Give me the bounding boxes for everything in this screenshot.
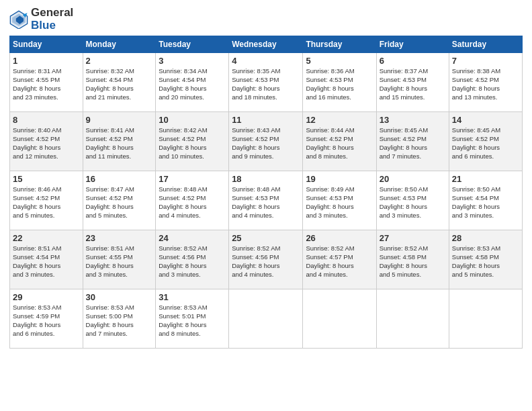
calendar-week-1: 1Sunrise: 8:31 AMSunset: 4:55 PMDaylight… bbox=[10, 53, 523, 112]
day-info: Sunrise: 8:36 AMSunset: 4:53 PMDaylight:… bbox=[306, 67, 373, 101]
calendar-body: 1Sunrise: 8:31 AMSunset: 4:55 PMDaylight… bbox=[10, 53, 523, 349]
day-number: 31 bbox=[159, 292, 226, 302]
calendar-cell: 10Sunrise: 8:42 AMSunset: 4:52 PMDayligh… bbox=[156, 112, 229, 171]
calendar-cell: 13Sunrise: 8:45 AMSunset: 4:52 PMDayligh… bbox=[376, 112, 449, 171]
calendar-cell bbox=[303, 289, 376, 349]
day-number: 17 bbox=[159, 174, 226, 184]
day-number: 9 bbox=[86, 115, 153, 125]
calendar-cell: 14Sunrise: 8:45 AMSunset: 4:52 PMDayligh… bbox=[449, 112, 522, 171]
calendar-cell: 7Sunrise: 8:38 AMSunset: 4:52 PMDaylight… bbox=[449, 53, 522, 112]
day-number: 1 bbox=[13, 56, 80, 66]
day-number: 20 bbox=[380, 174, 446, 184]
weekday-header-tuesday: Tuesday bbox=[156, 36, 229, 53]
day-number: 19 bbox=[306, 174, 373, 184]
calendar-cell: 18Sunrise: 8:48 AMSunset: 4:53 PMDayligh… bbox=[229, 171, 303, 230]
calendar-cell: 4Sunrise: 8:35 AMSunset: 4:53 PMDaylight… bbox=[229, 53, 303, 112]
day-info: Sunrise: 8:48 AMSunset: 4:53 PMDaylight:… bbox=[232, 185, 300, 220]
calendar-cell: 20Sunrise: 8:50 AMSunset: 4:53 PMDayligh… bbox=[376, 171, 449, 230]
calendar-cell: 12Sunrise: 8:44 AMSunset: 4:52 PMDayligh… bbox=[303, 112, 376, 171]
day-info: Sunrise: 8:52 AMSunset: 4:58 PMDaylight:… bbox=[380, 244, 446, 279]
day-info: Sunrise: 8:48 AMSunset: 4:52 PMDaylight:… bbox=[159, 185, 226, 220]
day-info: Sunrise: 8:32 AMSunset: 4:54 PMDaylight:… bbox=[86, 67, 153, 101]
calendar-cell: 29Sunrise: 8:53 AMSunset: 4:59 PMDayligh… bbox=[10, 289, 83, 349]
header: General Blue bbox=[9, 7, 523, 32]
day-number: 24 bbox=[159, 233, 226, 243]
day-info: Sunrise: 8:34 AMSunset: 4:54 PMDaylight:… bbox=[159, 67, 226, 101]
day-number: 30 bbox=[86, 292, 153, 302]
day-number: 18 bbox=[232, 174, 300, 184]
day-number: 26 bbox=[306, 233, 373, 243]
calendar-cell: 3Sunrise: 8:34 AMSunset: 4:54 PMDaylight… bbox=[156, 53, 229, 112]
day-number: 2 bbox=[86, 56, 153, 66]
calendar-cell: 30Sunrise: 8:53 AMSunset: 5:00 PMDayligh… bbox=[83, 289, 156, 349]
day-number: 4 bbox=[232, 56, 300, 66]
calendar-cell bbox=[229, 289, 303, 349]
calendar-cell: 5Sunrise: 8:36 AMSunset: 4:53 PMDaylight… bbox=[303, 53, 376, 112]
day-number: 6 bbox=[380, 56, 446, 66]
day-info: Sunrise: 8:53 AMSunset: 5:00 PMDaylight:… bbox=[86, 304, 153, 338]
calendar-cell: 16Sunrise: 8:47 AMSunset: 4:52 PMDayligh… bbox=[83, 171, 156, 230]
day-info: Sunrise: 8:53 AMSunset: 4:58 PMDaylight:… bbox=[452, 244, 519, 279]
day-info: Sunrise: 8:38 AMSunset: 4:52 PMDaylight:… bbox=[452, 67, 519, 101]
day-info: Sunrise: 8:45 AMSunset: 4:52 PMDaylight:… bbox=[380, 126, 446, 161]
day-info: Sunrise: 8:53 AMSunset: 5:01 PMDaylight:… bbox=[159, 304, 226, 338]
calendar-cell: 6Sunrise: 8:37 AMSunset: 4:53 PMDaylight… bbox=[376, 53, 449, 112]
weekday-header-friday: Friday bbox=[376, 36, 449, 53]
calendar-cell bbox=[376, 289, 449, 349]
day-info: Sunrise: 8:45 AMSunset: 4:52 PMDaylight:… bbox=[452, 126, 519, 161]
day-info: Sunrise: 8:52 AMSunset: 4:57 PMDaylight:… bbox=[306, 244, 373, 279]
day-info: Sunrise: 8:46 AMSunset: 4:52 PMDaylight:… bbox=[13, 185, 80, 220]
page-container: General Blue SundayMondayTuesdayWednesda… bbox=[0, 0, 532, 353]
weekday-header-wednesday: Wednesday bbox=[229, 36, 303, 53]
day-info: Sunrise: 8:35 AMSunset: 4:53 PMDaylight:… bbox=[232, 67, 300, 101]
calendar-cell: 19Sunrise: 8:49 AMSunset: 4:53 PMDayligh… bbox=[303, 171, 376, 230]
day-number: 7 bbox=[452, 56, 519, 66]
calendar-week-4: 22Sunrise: 8:51 AMSunset: 4:54 PMDayligh… bbox=[10, 230, 523, 289]
day-info: Sunrise: 8:41 AMSunset: 4:52 PMDaylight:… bbox=[86, 126, 153, 161]
calendar-cell: 31Sunrise: 8:53 AMSunset: 5:01 PMDayligh… bbox=[156, 289, 229, 349]
day-number: 27 bbox=[380, 233, 446, 243]
calendar-cell bbox=[449, 289, 522, 349]
day-info: Sunrise: 8:44 AMSunset: 4:52 PMDaylight:… bbox=[306, 126, 373, 161]
calendar-cell: 9Sunrise: 8:41 AMSunset: 4:52 PMDaylight… bbox=[83, 112, 156, 171]
calendar-cell: 11Sunrise: 8:43 AMSunset: 4:52 PMDayligh… bbox=[229, 112, 303, 171]
calendar-cell: 25Sunrise: 8:52 AMSunset: 4:56 PMDayligh… bbox=[229, 230, 303, 289]
weekday-header-sunday: Sunday bbox=[10, 36, 83, 53]
calendar-cell: 27Sunrise: 8:52 AMSunset: 4:58 PMDayligh… bbox=[376, 230, 449, 289]
day-number: 25 bbox=[232, 233, 300, 243]
calendar-week-2: 8Sunrise: 8:40 AMSunset: 4:52 PMDaylight… bbox=[10, 112, 523, 171]
day-info: Sunrise: 8:40 AMSunset: 4:52 PMDaylight:… bbox=[13, 126, 80, 161]
calendar-cell: 28Sunrise: 8:53 AMSunset: 4:58 PMDayligh… bbox=[449, 230, 522, 289]
day-info: Sunrise: 8:49 AMSunset: 4:53 PMDaylight:… bbox=[306, 185, 373, 220]
calendar-cell: 24Sunrise: 8:52 AMSunset: 4:56 PMDayligh… bbox=[156, 230, 229, 289]
calendar-cell: 1Sunrise: 8:31 AMSunset: 4:55 PMDaylight… bbox=[10, 53, 83, 112]
day-info: Sunrise: 8:53 AMSunset: 4:59 PMDaylight:… bbox=[13, 304, 80, 338]
calendar-week-5: 29Sunrise: 8:53 AMSunset: 4:59 PMDayligh… bbox=[10, 289, 523, 349]
day-info: Sunrise: 8:52 AMSunset: 4:56 PMDaylight:… bbox=[232, 244, 300, 279]
logo-text: General Blue bbox=[31, 7, 73, 32]
calendar-cell: 15Sunrise: 8:46 AMSunset: 4:52 PMDayligh… bbox=[10, 171, 83, 230]
day-number: 29 bbox=[13, 292, 80, 302]
calendar-cell: 21Sunrise: 8:50 AMSunset: 4:54 PMDayligh… bbox=[449, 171, 522, 230]
day-number: 8 bbox=[13, 115, 80, 125]
calendar-week-3: 15Sunrise: 8:46 AMSunset: 4:52 PMDayligh… bbox=[10, 171, 523, 230]
day-number: 13 bbox=[380, 115, 446, 125]
day-number: 23 bbox=[86, 233, 153, 243]
day-info: Sunrise: 8:51 AMSunset: 4:55 PMDaylight:… bbox=[86, 244, 153, 279]
logo: General Blue bbox=[9, 7, 73, 32]
weekday-header-row: SundayMondayTuesdayWednesdayThursdayFrid… bbox=[10, 36, 523, 53]
day-info: Sunrise: 8:50 AMSunset: 4:54 PMDaylight:… bbox=[452, 185, 519, 220]
day-number: 16 bbox=[86, 174, 153, 184]
calendar-cell: 8Sunrise: 8:40 AMSunset: 4:52 PMDaylight… bbox=[10, 112, 83, 171]
calendar-cell: 23Sunrise: 8:51 AMSunset: 4:55 PMDayligh… bbox=[83, 230, 156, 289]
day-info: Sunrise: 8:42 AMSunset: 4:52 PMDaylight:… bbox=[159, 126, 226, 161]
day-number: 12 bbox=[306, 115, 373, 125]
day-info: Sunrise: 8:43 AMSunset: 4:52 PMDaylight:… bbox=[232, 126, 300, 161]
day-info: Sunrise: 8:50 AMSunset: 4:53 PMDaylight:… bbox=[380, 185, 446, 220]
day-number: 3 bbox=[159, 56, 226, 66]
day-number: 28 bbox=[452, 233, 519, 243]
calendar-header: SundayMondayTuesdayWednesdayThursdayFrid… bbox=[10, 36, 523, 53]
day-info: Sunrise: 8:51 AMSunset: 4:54 PMDaylight:… bbox=[13, 244, 80, 279]
day-number: 15 bbox=[13, 174, 80, 184]
calendar-cell: 26Sunrise: 8:52 AMSunset: 4:57 PMDayligh… bbox=[303, 230, 376, 289]
